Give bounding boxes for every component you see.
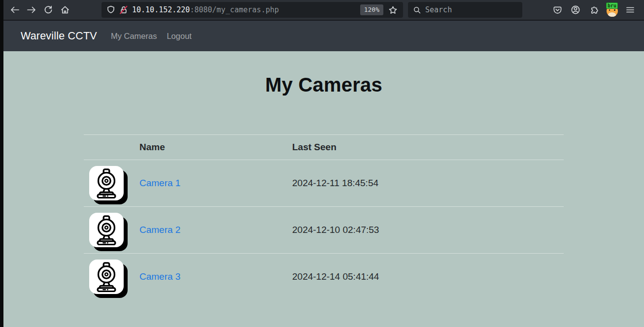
menu-button[interactable]	[623, 2, 638, 18]
header-last-seen: Last Seen	[292, 135, 564, 160]
camera-last-seen: 2024-12-14 05:41:44	[292, 254, 564, 300]
back-button[interactable]	[6, 2, 23, 18]
account-button[interactable]	[568, 2, 583, 18]
reload-button[interactable]	[40, 2, 57, 18]
camera-link[interactable]: Camera 1	[139, 178, 180, 188]
screen: 10.10.152.220:8080/my_cameras.php 120% S…	[0, 0, 644, 327]
cameras-table: Name Last Seen	[84, 134, 564, 300]
camera-icon-cell	[84, 160, 139, 207]
extensions-icon	[589, 5, 599, 15]
search-icon	[413, 6, 421, 14]
camera-link[interactable]: Camera 3	[139, 271, 180, 282]
pocket-button[interactable]	[550, 2, 565, 18]
nav-link-logout[interactable]: Logout	[167, 32, 191, 41]
camera-last-seen: 2024-12-11 18:45:54	[292, 160, 564, 207]
extension-badge: bru	[606, 2, 618, 9]
browser-window: 10.10.152.220:8080/my_cameras.php 120% S…	[3, 0, 644, 327]
back-arrow-icon	[9, 5, 20, 15]
url-path: :8080/my_cameras.php	[190, 5, 279, 14]
desktop-edge	[0, 0, 3, 327]
hamburger-icon	[626, 6, 635, 14]
insecure-lock-icon[interactable]	[119, 5, 128, 14]
shield-icon[interactable]	[106, 5, 115, 14]
browser-toolbar: 10.10.152.220:8080/my_cameras.php 120% S…	[3, 0, 644, 21]
table-row: Camera 1 2024-12-11 18:45:54	[84, 160, 564, 207]
page-title: My Cameras	[3, 73, 644, 97]
camera-last-seen: 2024-12-10 02:47:53	[292, 207, 564, 254]
toolbar-right-icons: bru	[550, 2, 638, 18]
reload-icon	[43, 5, 53, 15]
forward-button[interactable]	[23, 2, 40, 18]
webcam-icon	[89, 166, 124, 200]
bookmark-star-icon	[388, 5, 398, 15]
camera-icon-cell	[84, 207, 139, 254]
camera-link[interactable]: Camera 2	[139, 225, 180, 235]
cameras-table-wrap: Name Last Seen	[84, 134, 564, 300]
home-button[interactable]	[57, 2, 73, 18]
address-bar[interactable]: 10.10.152.220:8080/my_cameras.php 120%	[102, 2, 403, 18]
header-name: Name	[139, 135, 292, 160]
header-icon-column	[84, 135, 139, 160]
bookmark-button[interactable]	[386, 2, 399, 18]
navbar-brand[interactable]: Wareville CCTV	[21, 30, 97, 42]
webcam-icon	[89, 213, 124, 247]
url-text: 10.10.152.220:8080/my_cameras.php	[132, 5, 279, 14]
camera-icon-cell	[84, 254, 139, 300]
site-navbar: Wareville CCTV My Cameras Logout	[3, 21, 644, 51]
webcam-icon	[89, 260, 124, 294]
navbar-links: My Cameras Logout	[111, 32, 192, 41]
table-row: Camera 3 2024-12-14 05:41:44	[84, 254, 564, 300]
pocket-icon	[553, 5, 562, 15]
table-header-row: Name Last Seen	[84, 135, 564, 160]
forward-arrow-icon	[26, 5, 37, 15]
url-host: 10.10.152.220	[132, 5, 190, 14]
search-placeholder: Search	[425, 5, 452, 14]
home-icon	[60, 5, 70, 15]
nav-link-my-cameras[interactable]: My Cameras	[111, 32, 157, 41]
extensions-button[interactable]	[586, 2, 601, 18]
page-content: My Cameras Name Last Seen	[3, 51, 644, 327]
account-icon	[571, 5, 580, 15]
search-input[interactable]: Search	[408, 2, 522, 18]
extension-bru-button[interactable]: bru	[605, 2, 619, 18]
table-row: Camera 2 2024-12-10 02:47:53	[84, 207, 564, 254]
zoom-level-badge[interactable]: 120%	[360, 4, 383, 15]
